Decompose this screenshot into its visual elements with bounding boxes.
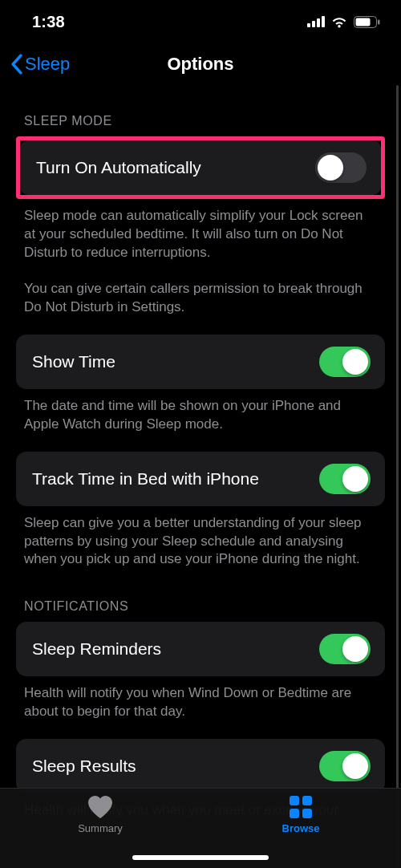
highlight-annotation: Turn On Automatically bbox=[16, 136, 385, 199]
row-label: Show Time bbox=[32, 352, 115, 371]
tab-label: Browse bbox=[282, 822, 320, 834]
row-label: Track Time in Bed with iPhone bbox=[32, 469, 259, 489]
wifi-icon bbox=[330, 15, 348, 28]
cellular-icon bbox=[307, 16, 325, 27]
switch-sleep-results[interactable] bbox=[319, 751, 371, 781]
nav-bar: Sleep Options bbox=[0, 43, 401, 85]
footer-text: Sleep mode can automatically simplify yo… bbox=[0, 199, 401, 266]
section-header-sleep-mode: SLEEP MODE bbox=[0, 85, 401, 136]
row-show-time[interactable]: Show Time bbox=[16, 335, 385, 389]
row-label: Sleep Reminders bbox=[32, 639, 161, 659]
home-indicator[interactable] bbox=[132, 855, 269, 860]
footer-text: Sleep can give you a better understandin… bbox=[0, 506, 401, 573]
section-header-notifications: NOTIFICATIONS bbox=[0, 572, 401, 622]
switch-sleep-reminders[interactable] bbox=[319, 634, 371, 664]
svg-rect-0 bbox=[307, 23, 310, 27]
svg-rect-10 bbox=[302, 809, 312, 818]
back-label: Sleep bbox=[25, 54, 70, 75]
row-label: Sleep Results bbox=[32, 756, 136, 776]
svg-rect-3 bbox=[322, 16, 325, 27]
row-label: Turn On Automatically bbox=[36, 158, 201, 177]
footer-text: The date and time will be shown on your … bbox=[0, 389, 401, 437]
svg-rect-7 bbox=[290, 796, 299, 805]
svg-rect-8 bbox=[302, 796, 312, 805]
row-turn-on-automatically[interactable]: Turn On Automatically bbox=[20, 140, 381, 195]
row-sleep-reminders[interactable]: Sleep Reminders bbox=[16, 622, 385, 676]
back-button[interactable]: Sleep bbox=[10, 54, 70, 75]
footer-text: You can give certain callers permission … bbox=[0, 266, 401, 320]
svg-rect-1 bbox=[312, 21, 315, 27]
page-title: Options bbox=[167, 54, 233, 75]
grid-icon bbox=[289, 795, 313, 819]
switch-turn-on-automatically[interactable] bbox=[315, 152, 367, 183]
tab-label: Summary bbox=[78, 822, 123, 834]
status-indicators bbox=[307, 15, 380, 28]
heart-icon bbox=[87, 795, 114, 819]
row-sleep-results[interactable]: Sleep Results bbox=[16, 739, 385, 793]
svg-rect-2 bbox=[317, 18, 320, 27]
battery-icon bbox=[354, 16, 380, 28]
footer-text: Health will notify you when Wind Down or… bbox=[0, 676, 401, 724]
chevron-left-icon bbox=[10, 54, 23, 75]
svg-rect-5 bbox=[356, 18, 371, 26]
content-scroll[interactable]: SLEEP MODE Turn On Automatically Sleep m… bbox=[0, 85, 401, 868]
switch-track-time-in-bed[interactable] bbox=[319, 464, 371, 494]
svg-rect-9 bbox=[290, 809, 299, 818]
status-bar: 1:38 bbox=[0, 0, 401, 43]
switch-show-time[interactable] bbox=[319, 347, 371, 377]
row-track-time-in-bed[interactable]: Track Time in Bed with iPhone bbox=[16, 452, 385, 506]
svg-rect-6 bbox=[378, 19, 380, 24]
status-time: 1:38 bbox=[32, 13, 65, 31]
